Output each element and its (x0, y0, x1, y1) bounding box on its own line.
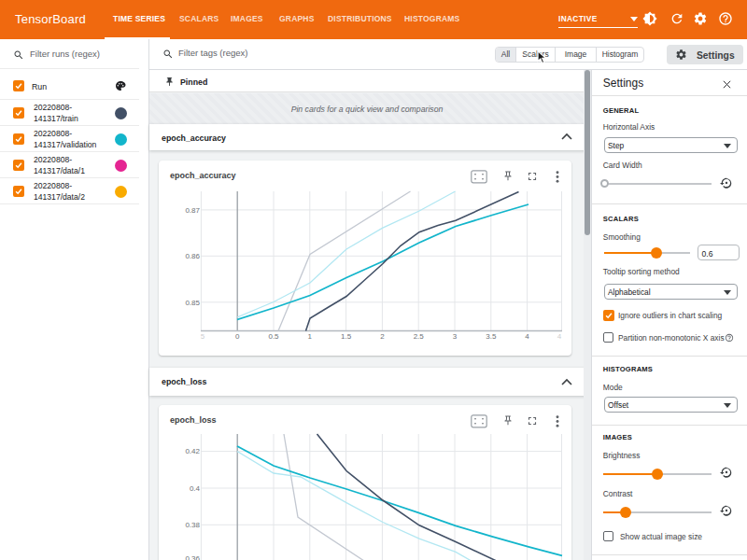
svg-text:4: 4 (525, 332, 529, 341)
svg-text:2: 2 (380, 332, 385, 341)
svg-text:5: 5 (201, 332, 205, 341)
svg-text:0.85: 0.85 (185, 299, 200, 307)
svg-text:1.5: 1.5 (341, 332, 352, 341)
svg-text:0.5: 0.5 (268, 332, 279, 341)
svg-text:4: 4 (557, 332, 562, 341)
svg-text:0.4: 0.4 (190, 484, 201, 493)
svg-text:3: 3 (453, 332, 458, 341)
svg-text:0.86: 0.86 (185, 252, 200, 260)
svg-text:0.87: 0.87 (185, 206, 200, 215)
svg-text:1: 1 (308, 332, 313, 341)
svg-text:0.38: 0.38 (185, 521, 200, 529)
svg-text:2.5: 2.5 (414, 332, 425, 341)
svg-text:0.42: 0.42 (185, 447, 200, 455)
svg-text:0: 0 (235, 332, 240, 341)
svg-text:0.36: 0.36 (185, 554, 200, 560)
svg-text:3.5: 3.5 (486, 332, 497, 341)
